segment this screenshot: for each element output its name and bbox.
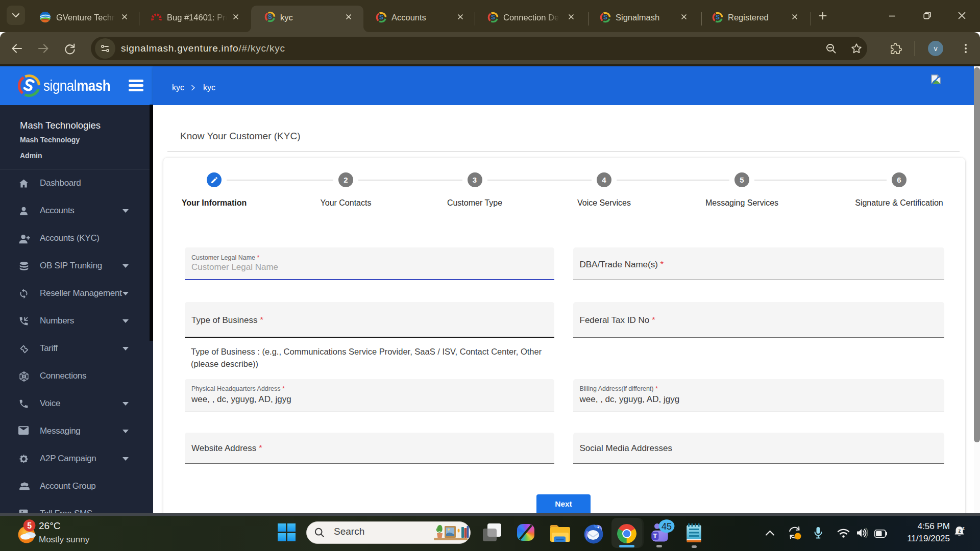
svg-text:S: S <box>603 14 607 21</box>
svg-text:5: 5 <box>27 521 32 530</box>
svg-text:S: S <box>716 14 720 21</box>
svg-text:S: S <box>491 14 495 21</box>
svg-text:T: T <box>653 532 657 540</box>
svg-text:S: S <box>268 13 272 20</box>
svg-text:z: z <box>959 528 961 534</box>
svg-text:45: 45 <box>662 521 672 532</box>
svg-text:S: S <box>379 14 383 21</box>
svg-text:z: z <box>962 525 965 531</box>
